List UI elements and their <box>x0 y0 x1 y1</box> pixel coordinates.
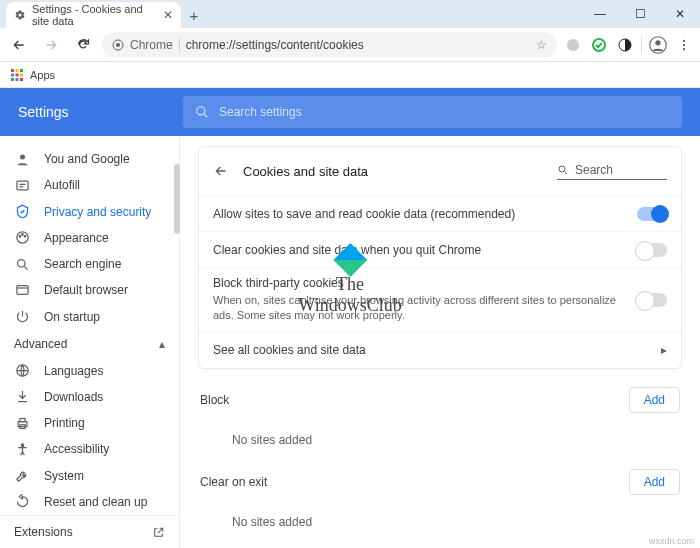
profile-icon[interactable] <box>648 35 668 55</box>
url-scheme: Chrome <box>130 38 180 52</box>
window-controls: ― ☐ ✕ <box>580 0 700 28</box>
sidebar-item-appearance[interactable]: Appearance <box>0 225 179 251</box>
external-link-icon <box>152 526 165 539</box>
svg-point-2 <box>567 39 579 51</box>
search-icon <box>557 164 569 176</box>
row-clear-on-quit[interactable]: Clear cookies and site data when you qui… <box>199 231 681 267</box>
footer-watermark: wsxdn.com <box>649 536 694 546</box>
sidebar-label: System <box>44 469 84 483</box>
sidebar: You and Google Autofill Privacy and secu… <box>0 136 180 548</box>
sidebar-item-search-engine[interactable]: Search engine <box>0 251 179 277</box>
sidebar-item-downloads[interactable]: Downloads <box>0 384 179 410</box>
row-text: Block third-party cookies When on, sites… <box>213 276 637 324</box>
browser-tab[interactable]: Settings - Cookies and site data ✕ <box>6 2 181 28</box>
sidebar-advanced-toggle[interactable]: Advanced ▴ <box>0 330 179 358</box>
sidebar-extensions[interactable]: Extensions <box>0 515 179 548</box>
sidebar-item-on-startup[interactable]: On startup <box>0 303 179 329</box>
bookmark-star-icon[interactable]: ☆ <box>536 38 547 52</box>
sidebar-item-printing[interactable]: Printing <box>0 410 179 436</box>
close-button[interactable]: ✕ <box>660 0 700 28</box>
settings-search[interactable]: Search settings <box>183 96 682 128</box>
add-clear-exit-button[interactable]: Add <box>629 469 680 495</box>
sidebar-label: Languages <box>44 364 103 378</box>
row-block-3p[interactable]: Block third-party cookies When on, sites… <box>199 267 681 332</box>
ext-icon-2[interactable] <box>589 35 609 55</box>
palette-icon <box>14 230 30 246</box>
ext-icon-1[interactable] <box>563 35 583 55</box>
svg-point-26 <box>17 259 25 267</box>
toggle-block-3p[interactable] <box>637 293 667 307</box>
reload-button[interactable] <box>70 32 96 58</box>
sidebar-item-accessibility[interactable]: Accessibility <box>0 436 179 462</box>
sidebar-item-you-and-google[interactable]: You and Google <box>0 146 179 172</box>
row-allow-cookies[interactable]: Allow sites to save and read cookie data… <box>199 195 681 231</box>
svg-point-6 <box>655 40 660 45</box>
minimize-button[interactable]: ― <box>580 0 620 28</box>
section-block: Block Add No sites added <box>198 383 682 451</box>
clear-exit-empty: No sites added <box>198 499 682 533</box>
sidebar-label: Printing <box>44 416 85 430</box>
svg-point-8 <box>683 43 685 45</box>
svg-rect-21 <box>16 181 27 190</box>
card-search[interactable]: Search <box>557 163 667 180</box>
svg-point-23 <box>19 236 21 238</box>
back-button[interactable] <box>6 32 32 58</box>
person-icon <box>14 151 30 167</box>
reset-icon <box>14 494 30 510</box>
sidebar-item-default-browser[interactable]: Default browser <box>0 277 179 303</box>
menu-icon[interactable] <box>674 35 694 55</box>
main-layout: You and Google Autofill Privacy and secu… <box>0 136 700 548</box>
accessibility-icon <box>14 441 30 457</box>
sidebar-label: You and Google <box>44 152 130 166</box>
svg-point-19 <box>197 107 205 115</box>
sidebar-item-system[interactable]: System <box>0 462 179 488</box>
svg-point-24 <box>21 234 23 236</box>
row-label: See all cookies and site data <box>213 343 661 357</box>
sidebar-item-privacy[interactable]: Privacy and security <box>0 198 179 224</box>
browser-icon <box>14 282 30 298</box>
maximize-button[interactable]: ☐ <box>620 0 660 28</box>
add-block-button[interactable]: Add <box>629 387 680 413</box>
svg-rect-16 <box>11 78 14 81</box>
sidebar-item-languages[interactable]: Languages <box>0 358 179 384</box>
svg-rect-11 <box>16 69 19 72</box>
forward-button[interactable] <box>38 32 64 58</box>
svg-point-9 <box>683 47 685 49</box>
sidebar-item-reset[interactable]: Reset and clean up <box>0 489 179 515</box>
back-arrow-icon[interactable] <box>213 163 231 179</box>
address-bar[interactable]: Chrome chrome://settings/content/cookies… <box>102 32 557 58</box>
svg-point-33 <box>559 166 565 172</box>
svg-rect-30 <box>20 418 25 421</box>
new-tab-button[interactable]: + <box>181 2 207 28</box>
close-tab-icon[interactable]: ✕ <box>163 8 173 22</box>
search-icon <box>195 105 209 119</box>
toggle-clear-quit[interactable] <box>637 243 667 257</box>
sidebar-label: Search engine <box>44 257 121 271</box>
sidebar-label: On startup <box>44 310 100 324</box>
advanced-label: Advanced <box>14 337 67 351</box>
sidebar-label: Autofill <box>44 178 80 192</box>
browser-toolbar: Chrome chrome://settings/content/cookies… <box>0 28 700 62</box>
download-icon <box>14 389 30 405</box>
content-area: Cookies and site data Search Allow sites… <box>180 136 700 548</box>
row-desc: When on, sites can't use your browsing a… <box>213 293 637 324</box>
svg-rect-10 <box>11 69 14 72</box>
row-label: Allow sites to save and read cookie data… <box>213 207 637 221</box>
svg-rect-15 <box>20 73 23 76</box>
svg-point-20 <box>20 154 25 159</box>
sidebar-item-autofill[interactable]: Autofill <box>0 172 179 198</box>
row-title: Block third-party cookies <box>213 276 637 290</box>
row-see-all[interactable]: See all cookies and site data ▸ <box>199 332 681 368</box>
window-titlebar: Settings - Cookies and site data ✕ + ― ☐… <box>0 0 700 28</box>
search-icon <box>14 256 30 272</box>
sidebar-label: Privacy and security <box>44 205 151 219</box>
apps-icon[interactable] <box>10 68 24 82</box>
chevron-up-icon: ▴ <box>159 337 165 351</box>
ext-icon-3[interactable] <box>615 35 635 55</box>
extension-icons <box>563 35 694 55</box>
autofill-icon <box>14 177 30 193</box>
apps-label[interactable]: Apps <box>30 69 55 81</box>
search-placeholder: Search settings <box>219 105 302 119</box>
toggle-allow[interactable] <box>637 207 667 221</box>
wrench-icon <box>14 468 30 484</box>
